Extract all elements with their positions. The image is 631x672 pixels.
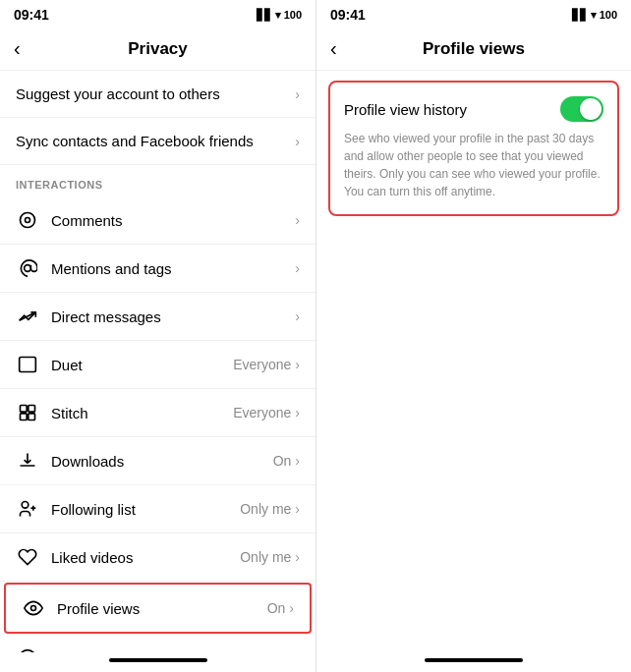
right-back-button[interactable]: ‹ [330, 37, 337, 60]
blocked-accounts-item[interactable]: Blocked accounts › [0, 635, 316, 652]
liked-videos-label: Liked videos [51, 549, 240, 566]
svg-rect-8 [29, 414, 35, 420]
right-header-title: Profile views [423, 39, 525, 59]
liked-videos-item[interactable]: Liked videos Only me › [0, 533, 316, 582]
sync-contacts-item[interactable]: Sync contacts and Facebook friends › [0, 118, 316, 165]
svg-rect-4 [20, 358, 36, 372]
profile-view-history-description: See who viewed your profile in the past … [344, 130, 603, 200]
stitch-value: Everyone [233, 405, 291, 420]
profile-views-label: Profile views [57, 600, 267, 617]
dm-icon [16, 305, 39, 328]
svg-rect-7 [21, 414, 28, 420]
right-wifi-icon: ▾ [591, 9, 597, 22]
right-time: 09:41 [330, 7, 366, 23]
downloads-item[interactable]: Downloads On › [0, 437, 316, 485]
following-icon [16, 497, 39, 521]
left-header-title: Privacy [128, 39, 188, 59]
profile-view-history-card: Profile view history See who viewed your… [328, 81, 619, 216]
wifi-icon: ▾ [275, 9, 281, 22]
battery-icon: 100 [284, 9, 302, 21]
left-home-indicator [109, 658, 207, 662]
profile-view-history-toggle[interactable] [560, 96, 603, 122]
sync-contacts-chevron: › [295, 134, 300, 149]
left-settings-list: Suggest your account to others › Sync co… [0, 71, 316, 652]
liked-icon [16, 545, 39, 569]
sync-contacts-label: Sync contacts and Facebook friends [16, 133, 295, 149]
svg-rect-5 [21, 406, 28, 413]
mentions-tags-label: Mentions and tags [51, 260, 295, 277]
right-status-bar: 09:41 ▋▋ ▾ 100 [316, 0, 631, 28]
svg-point-12 [31, 606, 36, 611]
svg-rect-6 [29, 406, 35, 413]
duet-chevron: › [295, 357, 300, 372]
following-list-value: Only me [240, 501, 291, 517]
mentions-tags-item[interactable]: Mentions and tags › [0, 245, 316, 293]
profile-views-chevron: › [289, 600, 294, 616]
comments-item[interactable]: Comments › [0, 196, 316, 245]
following-list-item[interactable]: Following list Only me › [0, 485, 316, 533]
svg-point-2 [25, 265, 31, 272]
following-list-chevron: › [295, 501, 300, 517]
left-back-button[interactable]: ‹ [14, 37, 21, 60]
suggest-account-item[interactable]: Suggest your account to others › [0, 71, 316, 118]
mentions-tags-chevron: › [295, 260, 300, 276]
left-header: ‹ Privacy [0, 28, 316, 71]
eye-icon [22, 596, 45, 620]
duet-item[interactable]: Duet Everyone › [0, 341, 316, 389]
stitch-label: Stitch [51, 405, 233, 421]
duet-label: Duet [51, 357, 233, 373]
following-list-label: Following list [51, 501, 240, 518]
downloads-value: On [273, 453, 292, 469]
left-status-bar: 09:41 ▋▋ ▾ 100 [0, 0, 316, 28]
direct-messages-label: Direct messages [51, 308, 295, 325]
right-header: ‹ Profile views [316, 28, 631, 71]
right-signal-icon: ▋▋ [572, 9, 588, 22]
profile-view-history-title: Profile view history [344, 101, 467, 118]
interactions-section-label: INTERACTIONS [0, 165, 316, 196]
svg-marker-3 [20, 312, 36, 320]
svg-point-1 [26, 218, 30, 223]
svg-point-9 [22, 502, 29, 509]
stitch-icon [16, 401, 39, 424]
left-bottom-bar [0, 652, 316, 672]
downloads-chevron: › [295, 453, 300, 469]
left-panel: 09:41 ▋▋ ▾ 100 ‹ Privacy Suggest your ac… [0, 0, 316, 672]
stitch-chevron: › [295, 405, 300, 420]
liked-videos-value: Only me [240, 549, 291, 565]
right-home-indicator [425, 658, 523, 662]
stitch-item[interactable]: Stitch Everyone › [0, 389, 316, 437]
profile-views-item[interactable]: Profile views On › [4, 583, 312, 634]
suggest-account-chevron: › [295, 86, 300, 102]
profile-views-value: On [267, 600, 286, 616]
download-icon [16, 449, 39, 473]
right-battery-icon: 100 [600, 9, 617, 21]
comment-icon [16, 208, 39, 232]
comments-label: Comments [51, 212, 295, 229]
liked-videos-chevron: › [295, 549, 300, 565]
svg-point-0 [21, 213, 35, 228]
right-panel: 09:41 ▋▋ ▾ 100 ‹ Profile views Profile v… [316, 0, 631, 672]
duet-icon [16, 353, 39, 376]
suggest-account-label: Suggest your account to others [16, 85, 295, 102]
right-bottom-bar [316, 652, 631, 672]
direct-messages-item[interactable]: Direct messages › [0, 293, 316, 341]
comments-chevron: › [295, 212, 300, 228]
downloads-label: Downloads [51, 453, 273, 470]
profile-view-history-header: Profile view history [344, 96, 603, 122]
signal-icon: ▋▋ [257, 9, 272, 22]
duet-value: Everyone [233, 357, 291, 372]
direct-messages-chevron: › [295, 308, 300, 324]
right-status-icons: ▋▋ ▾ 100 [572, 9, 617, 22]
mention-icon [16, 256, 39, 280]
left-status-icons: ▋▋ ▾ 100 [257, 9, 302, 22]
left-time: 09:41 [14, 7, 49, 23]
